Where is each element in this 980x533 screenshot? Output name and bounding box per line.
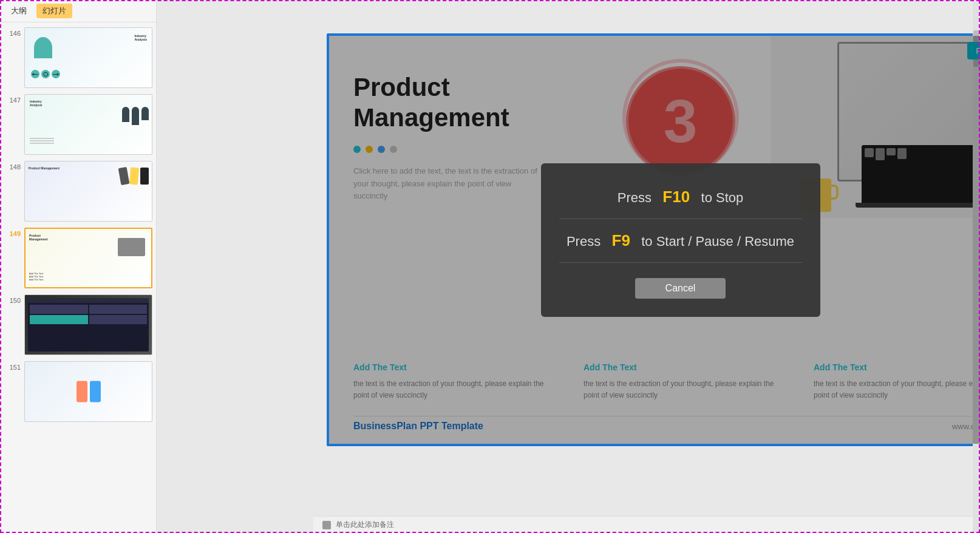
slide-item-150[interactable]: 150 [4,294,152,355]
main-area: Page 149 Product Management Click here t… [157,0,980,533]
slide-thumb-148: Product Management [24,161,152,222]
t146-btn2: ○ [41,70,50,78]
t149-stat3: Add The Text [29,278,43,281]
t150-block1 [30,305,88,314]
slides-list: 146 IndustryAnalysis ← ○ → 147 IndustryA… [0,22,156,533]
t147-figures [122,107,149,125]
modal-f9-key: F9 [612,231,630,250]
t147-fig2 [132,107,139,125]
t151-phone2 [90,381,101,402]
slide-number-148: 148 [4,161,21,171]
slide-thumb-150 [24,294,152,355]
slide-number-150: 150 [4,294,21,304]
modal-divider-2 [559,262,802,263]
slide-item-146[interactable]: 146 IndustryAnalysis ← ○ → [4,27,152,88]
slide-number-151: 151 [4,361,21,371]
slide-thumb-151 [24,361,152,422]
t148-phone3 [140,168,149,185]
t146-btn3: → [52,70,60,78]
slide-number-147: 147 [4,94,21,104]
modal-to-stop: to Stop [701,190,744,205]
slide-number-149: 149 [4,228,21,237]
t147-fig3 [141,107,149,120]
t150-browser-bar [28,298,149,303]
t150-block2 [89,305,148,314]
modal-to-resume: to Start / Pause / Resume [641,234,794,249]
slide-item-147[interactable]: 147 IndustryAnalysis [4,94,152,155]
t147-line1 [30,138,54,139]
t150-content [28,303,149,326]
slide-thumb-146: IndustryAnalysis ← ○ → [24,27,152,88]
t150-block3 [30,315,88,324]
t146-tree-icon [34,37,52,58]
tab-slides[interactable]: 幻灯片 [36,4,72,18]
t149-monitor [118,238,145,256]
sidebar: 大纲 幻灯片 146 IndustryAnalysis ← ○ → 147 [0,0,157,533]
annotation-icon [322,521,331,529]
t148-phones [120,168,149,185]
slide-item-151[interactable]: 151 [4,361,152,422]
slide-item-148[interactable]: 148 Product Management [4,161,152,222]
modal-divider-1 [559,219,802,219]
modal-row-stop: Press F10 to Stop [559,188,802,206]
slide-thumb-149: ProductManagement Add The Text Add The T… [24,228,152,288]
t147-fig1 [122,107,129,122]
t148-phone1 [118,167,130,185]
slide-number-146: 146 [4,27,21,37]
t146-buttons: ← ○ → [31,70,60,78]
modal-row-resume: Press F9 to Start / Pause / Resume [559,231,802,250]
t151-phones [77,381,101,402]
modal-f10-key: F10 [662,188,690,206]
modal-box: Press F10 to Stop Press F9 to Start / Pa… [541,163,820,317]
modal-press-label-2: Press [567,234,601,249]
t146-label: IndustryAnalysis [134,34,147,41]
t149-label: ProductManagement [29,234,48,241]
t147-lines [30,138,54,145]
t149-stats: Add The Text Add The Text Add The Text [29,272,43,281]
t150-web-mock [28,298,149,351]
sidebar-tabs: 大纲 幻灯片 [0,0,156,22]
slide-thumb-147: IndustryAnalysis [24,94,152,155]
t148-phone2 [129,167,139,185]
t148-label: Product Management [29,166,60,170]
slide-frame: Page 149 Product Management Click here t… [327,33,980,446]
annotation-text: 单击此处添加备注 [336,520,394,530]
tab-outline[interactable]: 大纲 [5,4,33,18]
t147-line3 [30,143,54,144]
t150-block4 [89,315,148,324]
modal-overlay: Press F10 to Stop Press F9 to Start / Pa… [329,36,980,444]
bottom-bar: 单击此处添加备注 [313,516,980,533]
slide-item-149[interactable]: 149 ProductManagement Add The Text Add T… [4,228,152,288]
modal-cancel-button[interactable]: Cancel [635,278,726,299]
t146-btn1: ← [31,70,39,78]
t147-label: IndustryAnalysis [30,100,43,107]
t151-phone1 [77,381,87,402]
t147-line2 [30,140,54,141]
modal-press-label-1: Press [618,190,652,205]
